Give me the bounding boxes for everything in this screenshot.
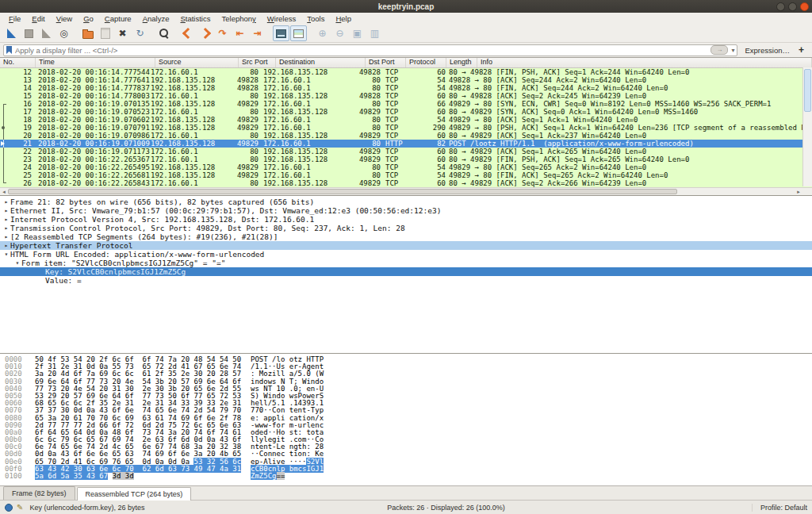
go-first-packet-button[interactable]: ⇤ — [232, 25, 248, 41]
collapsed-arrow-icon[interactable]: ▸ — [2, 232, 10, 241]
minimize-button[interactable] — [776, 2, 785, 11]
status-profile[interactable]: Profile: Default — [752, 504, 807, 512]
packet-cell-proto: HTTP — [385, 140, 422, 148]
packet-cell-no: 14 — [8, 84, 35, 92]
reload-file-button[interactable]: ↻ — [132, 25, 148, 41]
display-filter-input[interactable] — [15, 46, 707, 55]
detail-row[interactable]: ▸Frame 21: 82 bytes on wire (656 bits), … — [0, 198, 812, 206]
find-packet-button[interactable] — [155, 25, 172, 41]
menu-capture[interactable]: Capture — [99, 13, 137, 24]
collapsed-arrow-icon[interactable]: ▸ — [2, 241, 10, 250]
open-file-button[interactable] — [79, 25, 96, 41]
expert-info-icon[interactable] — [5, 504, 13, 512]
byte-view-tab[interactable]: Frame (82 bytes) — [3, 486, 75, 500]
column-header-dst-port[interactable]: Dst Port — [366, 58, 406, 67]
packet-row[interactable]: 162018-02-20 00:16:19.070135192.168.135.… — [0, 100, 812, 108]
close-button[interactable] — [800, 2, 809, 11]
conversation-line — [3, 116, 4, 124]
hex-row[interactable]: 01005a 6d 5a 35 43 67 3d 3dZmZ5Cg== — [5, 473, 812, 480]
scroll-left-arrow-icon[interactable]: ◂ — [0, 189, 8, 195]
packet-row[interactable]: 252018-02-20 00:16:22.265681192.168.135.… — [0, 171, 812, 179]
detail-row[interactable]: ▸Hypertext Transfer Protocol — [0, 241, 812, 250]
go-last-packet-button[interactable]: ⇥ — [249, 25, 266, 41]
zoom-in-button[interactable]: ⊕ — [314, 25, 331, 41]
filter-history-caret-icon[interactable]: ▾ — [731, 47, 734, 54]
packet-row[interactable]: 232018-02-20 00:16:22.265367172.16.60.18… — [0, 155, 812, 163]
packet-row[interactable]: 172018-02-20 00:16:19.070523172.16.60.18… — [0, 108, 812, 116]
add-filter-button[interactable]: + — [797, 44, 809, 56]
menu-analyze[interactable]: Analyze — [137, 13, 175, 24]
scrollbar-thumb[interactable] — [8, 189, 677, 194]
expanded-arrow-icon[interactable]: ▾ — [2, 250, 10, 259]
detail-row[interactable]: ▸[2 Reassembled TCP Segments (264 bytes)… — [0, 232, 812, 241]
detail-row[interactable]: ▸Transmission Control Protocol, Src Port… — [0, 224, 812, 232]
menu-file[interactable]: File — [3, 13, 26, 24]
display-filter-field[interactable]: → ▾ — [3, 44, 737, 56]
menu-edit[interactable]: Edit — [26, 13, 50, 24]
collapsed-arrow-icon[interactable]: ▸ — [2, 224, 10, 232]
zoom-original-button[interactable]: ▣ — [349, 25, 366, 41]
packet-row[interactable]: 222018-02-20 00:16:19.071173172.16.60.18… — [0, 148, 812, 155]
capture-options-button[interactable]: ◎ — [56, 25, 72, 41]
collapsed-arrow-icon[interactable]: ▸ — [2, 215, 10, 224]
detail-row[interactable]: ▸Ethernet II, Src: Vmware_79:b1:57 (00:0… — [0, 206, 812, 215]
resize-columns-button[interactable]: ▥ — [366, 25, 383, 41]
collapsed-arrow-icon[interactable]: ▸ — [2, 206, 10, 215]
menu-telephony[interactable]: Telephony — [216, 13, 262, 24]
apply-filter-icon[interactable]: → — [710, 45, 728, 55]
capture-comment-icon[interactable]: ✎ — [17, 503, 23, 512]
menu-statistics[interactable]: Statistics — [174, 13, 216, 24]
packet-row[interactable]: 132018-02-20 00:16:14.777641192.168.135.… — [0, 76, 812, 84]
packet-list-vertical-scrollbar[interactable] — [802, 67, 812, 186]
packet-cell-time: 2018-02-20 00:16:22.265367 — [35, 155, 151, 163]
column-header-protocol[interactable]: Protocol — [406, 58, 446, 67]
menu-go[interactable]: Go — [78, 13, 99, 24]
packet-row[interactable]: 262018-02-20 00:16:22.265843172.16.60.18… — [0, 179, 812, 187]
colorize-button[interactable] — [290, 25, 307, 41]
packet-row[interactable]: 122018-02-20 00:16:14.777544172.16.60.18… — [0, 68, 812, 76]
packet-cell-dst: 192.168.135.128 — [263, 179, 349, 187]
detail-row[interactable]: ▾HTML Form URL Encoded: application/x-ww… — [0, 250, 812, 259]
go-to-packet-button[interactable]: ↷ — [214, 25, 231, 41]
packet-row[interactable]: 192018-02-20 00:16:19.070791192.168.135.… — [0, 124, 812, 132]
menu-tools[interactable]: Tools — [301, 13, 330, 24]
restart-capture-button[interactable] — [38, 25, 55, 41]
byte-view-tab[interactable]: Reassembled TCP (264 bytes) — [77, 487, 192, 501]
column-header-info[interactable]: Info — [477, 58, 812, 67]
packet-row[interactable]: 182018-02-20 00:16:19.070602192.168.135.… — [0, 116, 812, 124]
menu-wireless[interactable]: Wireless — [262, 13, 301, 24]
go-back-button[interactable] — [179, 25, 196, 41]
column-header-no[interactable]: No. — [0, 58, 36, 67]
column-header-length[interactable]: Length — [446, 58, 477, 67]
column-header-destination[interactable]: Destination — [276, 58, 366, 67]
start-capture-button[interactable] — [3, 25, 20, 41]
packet-list-horizontal-scrollbar[interactable]: ◂ ▸ — [0, 187, 812, 195]
detail-row[interactable]: Key: S2VlcCB0cnlpbmcsIGJ1ZmZ5Cg — [0, 267, 812, 276]
save-file-button[interactable] — [97, 25, 113, 41]
zoom-out-button[interactable]: ⊖ — [331, 25, 348, 41]
packet-row[interactable]: 202018-02-20 00:16:19.070986172.16.60.18… — [0, 132, 812, 140]
go-forward-button[interactable] — [197, 25, 213, 41]
scrollbar-thumb[interactable] — [804, 69, 811, 112]
expression-button[interactable]: Expression… — [741, 46, 793, 55]
column-header-time[interactable]: Time — [36, 58, 155, 67]
menu-view[interactable]: View — [51, 13, 78, 24]
detail-row[interactable]: ▸Internet Protocol Version 4, Src: 192.1… — [0, 215, 812, 224]
collapsed-arrow-icon[interactable]: ▸ — [2, 198, 10, 206]
packet-row[interactable]: 142018-02-20 00:16:14.777837192.168.135.… — [0, 84, 812, 92]
scroll-right-arrow-icon[interactable]: ▸ — [795, 189, 802, 195]
packet-row[interactable]: 152018-02-20 00:16:14.778003172.16.60.18… — [0, 92, 812, 100]
expanded-arrow-icon[interactable]: ▾ — [13, 259, 21, 267]
packet-row[interactable]: 242018-02-20 00:16:22.265495192.168.135.… — [0, 163, 812, 171]
detail-row[interactable]: Value: = — [0, 276, 812, 285]
detail-row[interactable]: ▾Form item: "S2VlcCB0cnlpbmcsIGJ1ZmZ5Cg"… — [0, 259, 812, 267]
filter-bookmark-icon[interactable] — [6, 46, 12, 54]
column-header-src-port[interactable]: Src Port — [239, 58, 276, 67]
stop-capture-button[interactable] — [21, 25, 37, 41]
close-file-button[interactable]: ✖ — [114, 25, 131, 41]
menu-help[interactable]: Help — [330, 13, 357, 24]
auto-scroll-button[interactable] — [273, 25, 289, 41]
column-header-source[interactable]: Source — [155, 58, 239, 67]
packet-row[interactable]: 212018-02-20 00:16:19.071009192.168.135.… — [0, 140, 812, 148]
maximize-button[interactable] — [788, 2, 797, 11]
